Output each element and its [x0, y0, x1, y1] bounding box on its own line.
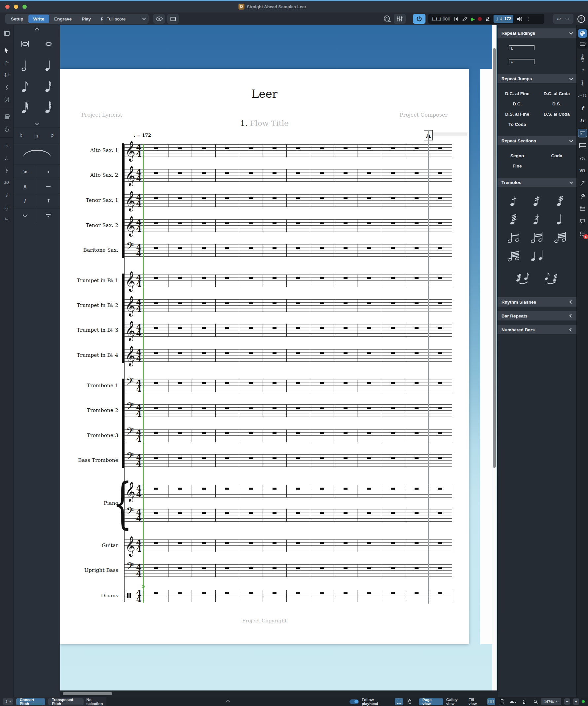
- staff-label-baritone-sax-[interactable]: Baritone Sax.: [60, 247, 118, 253]
- measure-2[interactable]: [168, 349, 192, 362]
- whole-rest[interactable]: [344, 197, 348, 199]
- whole-rest[interactable]: [438, 327, 442, 329]
- hand-tool-button[interactable]: [406, 698, 414, 705]
- whole-rest[interactable]: [391, 302, 395, 304]
- insert-clamp-icon[interactable]: [2, 124, 11, 133]
- measure-2[interactable]: [168, 169, 192, 182]
- measure-12[interactable]: [405, 590, 429, 602]
- measure-1[interactable]: [145, 454, 168, 467]
- time-signature[interactable]: 44: [136, 564, 142, 577]
- measure-5[interactable]: [239, 220, 263, 232]
- whole-rest[interactable]: [296, 407, 300, 409]
- vertical-scrollbar-thumb[interactable]: [493, 48, 496, 468]
- whole-rest[interactable]: [367, 432, 371, 434]
- whole-rest[interactable]: [273, 247, 276, 249]
- palette-icon[interactable]: [578, 29, 587, 38]
- whole-rest[interactable]: [273, 197, 276, 199]
- whole-rest[interactable]: [154, 487, 158, 489]
- measure-4[interactable]: [216, 324, 239, 337]
- whole-rest[interactable]: [438, 247, 442, 249]
- measure-10[interactable]: [357, 429, 381, 442]
- treble-clef[interactable]: 𝄞: [125, 272, 135, 289]
- whole-rest[interactable]: [273, 487, 276, 489]
- measure-13[interactable]: [428, 144, 452, 157]
- measure-9[interactable]: [334, 194, 358, 207]
- measure-8[interactable]: [310, 144, 334, 157]
- accidental-sharp[interactable]: ♯: [45, 128, 60, 143]
- bass-clef[interactable]: 𝄢: [126, 377, 134, 389]
- time-signature[interactable]: 44: [136, 324, 142, 337]
- measure-13[interactable]: [428, 590, 452, 602]
- marquee-tool-button[interactable]: [395, 698, 403, 705]
- chords-icon[interactable]: [2, 95, 11, 104]
- whole-rest[interactable]: [202, 197, 206, 199]
- whole-rest[interactable]: [178, 487, 182, 489]
- whole-rest[interactable]: [249, 407, 253, 409]
- whole-rest[interactable]: [154, 512, 158, 514]
- measure-5[interactable]: [239, 509, 263, 522]
- measure-6[interactable]: [263, 540, 287, 552]
- bass-clef[interactable]: 𝄢: [126, 451, 134, 463]
- measure-9[interactable]: [334, 244, 358, 257]
- whole-rest[interactable]: [225, 382, 229, 384]
- measure-9[interactable]: [334, 144, 358, 157]
- measure-13[interactable]: [428, 485, 452, 498]
- accent-button[interactable]: >: [13, 164, 37, 179]
- whole-rest[interactable]: [178, 327, 182, 329]
- whole-rest[interactable]: [154, 222, 158, 224]
- redo-icon[interactable]: ↪: [565, 16, 570, 22]
- time-signature[interactable]: 44: [136, 244, 142, 257]
- whole-rest[interactable]: [178, 247, 182, 249]
- stop-fingered-tremolo[interactable]: [544, 271, 559, 284]
- note-input-icon[interactable]: ♪+: [2, 58, 11, 67]
- measure-6[interactable]: [263, 349, 287, 362]
- whole-rest[interactable]: [225, 277, 229, 279]
- measure-3[interactable]: [192, 590, 216, 602]
- bass-clef[interactable]: 𝄢: [126, 241, 134, 253]
- whole-rest[interactable]: [296, 302, 300, 304]
- whole-rest[interactable]: [154, 382, 158, 384]
- measure-10[interactable]: [357, 590, 381, 602]
- measure-2[interactable]: [168, 429, 192, 442]
- treble-clef[interactable]: 𝄞: [125, 322, 135, 339]
- help-button[interactable]: ?: [578, 15, 585, 23]
- figured-bass-icon[interactable]: [578, 192, 587, 200]
- whole-rest[interactable]: [367, 327, 371, 329]
- whole-rest[interactable]: [320, 172, 324, 174]
- measure-11[interactable]: [381, 404, 405, 417]
- measure-10[interactable]: [357, 275, 381, 287]
- whole-rest[interactable]: [391, 222, 395, 224]
- whole-rest[interactable]: [344, 382, 348, 384]
- measure-1[interactable]: [145, 540, 168, 552]
- vertical-layout-button[interactable]: [498, 698, 506, 705]
- treble-clef[interactable]: 𝄞: [125, 167, 135, 184]
- time-signature[interactable]: 44: [136, 169, 142, 182]
- measure-5[interactable]: [239, 429, 263, 442]
- whole-rest[interactable]: [415, 172, 419, 174]
- measure-5[interactable]: [239, 169, 263, 182]
- whole-rest[interactable]: [225, 592, 229, 594]
- repeat-jump-d-c-al-coda[interactable]: D.C. al Coda: [537, 91, 577, 96]
- measure-8[interactable]: [310, 454, 334, 467]
- measure-3[interactable]: [192, 324, 216, 337]
- duration-eighth[interactable]: [13, 78, 37, 94]
- whole-rest[interactable]: [225, 302, 229, 304]
- whole-rest[interactable]: [391, 197, 395, 199]
- whole-rest[interactable]: [154, 457, 158, 459]
- zoom-select[interactable]: 147%: [541, 698, 561, 705]
- whole-rest[interactable]: [367, 487, 371, 489]
- whole-rest[interactable]: [154, 277, 158, 279]
- whole-rest[interactable]: [154, 147, 158, 149]
- measure-9[interactable]: [334, 590, 358, 602]
- dynamics-icon[interactable]: f: [578, 104, 587, 112]
- measure-8[interactable]: [310, 275, 334, 287]
- measure-13[interactable]: [428, 349, 452, 362]
- remove-single-tremolo[interactable]: [556, 212, 564, 225]
- measure-8[interactable]: [310, 244, 334, 257]
- whole-rest[interactable]: [225, 172, 229, 174]
- time-signature[interactable]: 44: [136, 194, 142, 207]
- measure-12[interactable]: [405, 144, 429, 157]
- measure-4[interactable]: [216, 194, 239, 207]
- measure-5[interactable]: [239, 564, 263, 577]
- whole-rest[interactable]: [344, 247, 348, 249]
